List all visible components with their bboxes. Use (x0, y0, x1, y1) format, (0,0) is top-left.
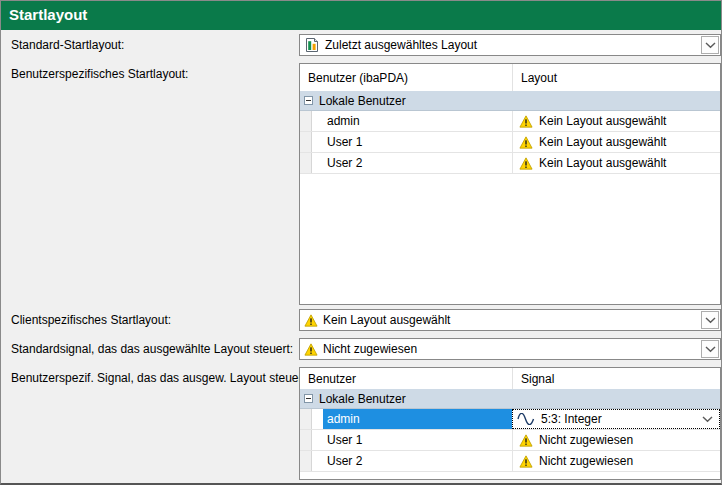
column-header-signal[interactable]: Signal (512, 368, 720, 389)
collapse-minus-icon[interactable] (304, 96, 313, 105)
layout-cell[interactable]: Kein Layout ausgewählt (512, 111, 720, 131)
row-indicator (300, 132, 312, 152)
user-cell[interactable]: admin (323, 409, 512, 429)
client-layout-dropdown[interactable]: Kein Layout ausgewählt (299, 309, 721, 331)
row-indicator (300, 153, 312, 173)
standard-layout-value: Zuletzt ausgewähltes Layout (325, 38, 477, 52)
warning-icon (519, 157, 533, 170)
warning-icon (519, 434, 533, 447)
standard-layout-label: Standard-Startlayout: (11, 38, 124, 52)
user-cell[interactable]: admin (323, 111, 512, 131)
dropdown-button[interactable] (701, 340, 719, 358)
table-row[interactable]: admin Kein Layout ausgewählt (300, 111, 720, 132)
row-indicator (300, 409, 312, 429)
standard-signal-label: Standardsignal, das das ausgewählte Layo… (11, 342, 293, 356)
user-signal-label: Benutzerspezif. Signal, das das ausgew. … (11, 371, 309, 385)
layout-cell[interactable]: Kein Layout ausgewählt (512, 132, 720, 152)
column-header-user[interactable]: Benutzer (300, 368, 512, 389)
warning-icon (519, 115, 533, 128)
warning-icon (304, 314, 318, 327)
page-title: Startlayout (1, 1, 721, 30)
column-header-layout[interactable]: Layout (512, 64, 720, 91)
table-row[interactable]: User 1 Nicht zugewiesen (300, 430, 720, 451)
row-indicator (300, 430, 312, 450)
row-indicator (300, 111, 312, 131)
chevron-down-icon[interactable] (702, 416, 713, 423)
table-header: Benutzer Signal (300, 368, 720, 390)
layout-icon (304, 37, 320, 53)
group-row-lokale-benutzer[interactable]: Lokale Benutzer (300, 91, 720, 111)
table-row[interactable]: User 2 Kein Layout ausgewählt (300, 153, 720, 174)
user-cell[interactable]: User 2 (323, 451, 512, 471)
signal-value: 5:3: Integer (541, 412, 602, 426)
signal-wave-icon (517, 413, 535, 425)
chevron-down-icon (705, 317, 716, 324)
dropdown-button[interactable] (701, 311, 719, 329)
layout-cell[interactable]: Kein Layout ausgewählt (512, 153, 720, 173)
user-cell[interactable]: User 1 (323, 132, 512, 152)
user-cell[interactable]: User 1 (323, 430, 512, 450)
chevron-down-icon (705, 346, 716, 353)
warning-icon (519, 455, 533, 468)
signal-cell[interactable]: Nicht zugewiesen (512, 430, 720, 450)
dropdown-button[interactable] (701, 36, 719, 54)
group-row-lokale-benutzer[interactable]: Lokale Benutzer (300, 389, 720, 409)
standard-layout-dropdown[interactable]: Zuletzt ausgewähltes Layout (299, 34, 721, 56)
signal-cell[interactable]: Nicht zugewiesen (512, 451, 720, 471)
standard-signal-dropdown[interactable]: Nicht zugewiesen (299, 338, 721, 360)
table-row-selected[interactable]: admin 5:3: Integer (300, 409, 720, 430)
warning-icon (304, 343, 318, 356)
table-row[interactable]: User 1 Kein Layout ausgewählt (300, 132, 720, 153)
column-header-user[interactable]: Benutzer (ibaPDA) (300, 64, 512, 91)
client-layout-label: Clientspezifisches Startlayout: (11, 313, 171, 327)
row-indicator (300, 451, 312, 471)
client-layout-value: Kein Layout ausgewählt (323, 313, 450, 327)
collapse-minus-icon[interactable] (304, 394, 313, 403)
signal-editor-dropdown[interactable]: 5:3: Integer (512, 409, 720, 429)
warning-icon (519, 136, 533, 149)
user-cell[interactable]: User 2 (323, 153, 512, 173)
chevron-down-icon (705, 42, 716, 49)
user-layout-label: Benutzerspezifisches Startlayout: (11, 67, 188, 81)
startlayout-settings-panel: Startlayout Standard-Startlayout: Benutz… (0, 0, 722, 485)
standard-signal-value: Nicht zugewiesen (323, 342, 417, 356)
user-layout-table: Benutzer (ibaPDA) Layout Lokale Benutzer… (299, 63, 721, 305)
table-header: Benutzer (ibaPDA) Layout (300, 64, 720, 92)
table-row[interactable]: User 2 Nicht zugewiesen (300, 451, 720, 472)
user-signal-table: Benutzer Signal Lokale Benutzer admin 5:… (299, 367, 721, 480)
